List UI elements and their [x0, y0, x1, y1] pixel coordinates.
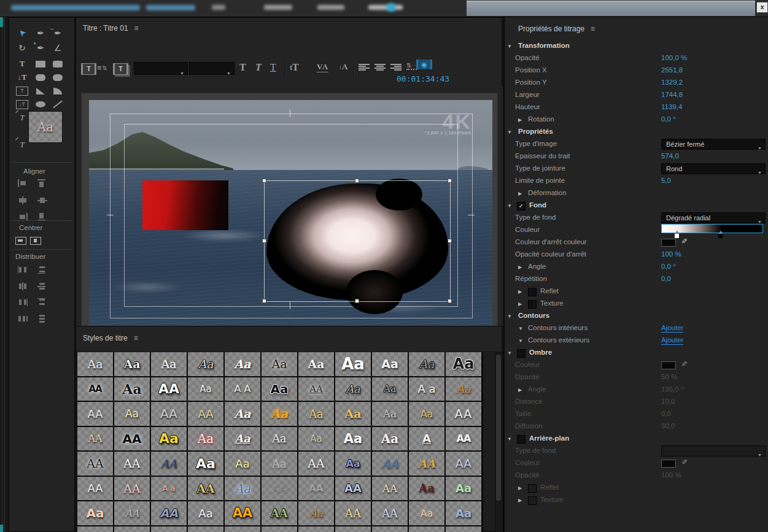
- panel-menu-icon[interactable]: ≡: [134, 24, 139, 33]
- title-style-swatch[interactable]: Aa: [114, 352, 150, 376]
- arc-tool[interactable]: [50, 84, 66, 98]
- title-style-swatch[interactable]: Aa: [114, 377, 150, 401]
- title-style-swatch[interactable]: Aa: [262, 377, 297, 401]
- align-left-button[interactable]: [359, 62, 370, 72]
- title-style-swatch[interactable]: Aa: [262, 352, 297, 376]
- property-value[interactable]: 1329,2: [661, 79, 683, 86]
- align-left-button[interactable]: [18, 179, 28, 187]
- background-video-timecode[interactable]: 00:01:34:43: [397, 74, 449, 83]
- title-style-swatch[interactable]: Aa: [298, 427, 334, 451]
- delete-anchor-point-tool[interactable]: ✒−: [50, 26, 66, 40]
- title-style-swatch[interactable]: Aa: [335, 427, 371, 451]
- selection-tool[interactable]: ➤: [14, 26, 30, 40]
- align-horizontal-center-button[interactable]: [18, 196, 28, 204]
- expand-arrow-icon[interactable]: ▶: [518, 264, 522, 270]
- distribute-horizontal-center-button[interactable]: [18, 282, 28, 290]
- property-value[interactable]: 5,0: [661, 177, 671, 184]
- center-vertical-button[interactable]: [30, 237, 40, 245]
- title-style-swatch[interactable]: AA: [372, 477, 408, 501]
- distribute-right-button[interactable]: [18, 298, 28, 306]
- title-style-swatch[interactable]: AA: [262, 501, 297, 525]
- eyedropper-icon[interactable]: ✎: [680, 361, 688, 367]
- selection-handle[interactable]: [262, 179, 266, 183]
- show-background-video-button[interactable]: [416, 60, 432, 69]
- title-style-swatch[interactable]: Aa: [77, 352, 113, 376]
- title-style-swatch[interactable]: Aa: [298, 402, 334, 426]
- title-style-swatch[interactable]: AA: [372, 452, 408, 476]
- properties-panel-tab[interactable]: Propriétés de titrage≡: [518, 25, 595, 33]
- title-style-swatch[interactable]: Aa: [151, 352, 187, 376]
- bold-button[interactable]: T: [239, 62, 246, 73]
- collapse-arrow-icon[interactable]: ▼: [518, 326, 523, 331]
- wedge-tool[interactable]: [33, 84, 48, 98]
- expand-arrow-icon[interactable]: ▶: [518, 301, 522, 307]
- title-style-swatch[interactable]: Aa: [446, 352, 481, 376]
- title-style-swatch[interactable]: Aa: [298, 526, 334, 532]
- font-style-select[interactable]: ▼: [189, 62, 235, 75]
- rotation-tool[interactable]: ↻: [14, 41, 30, 55]
- scrollbar-thumb[interactable]: [496, 355, 501, 501]
- selection-handle[interactable]: [262, 299, 266, 303]
- selection-handle[interactable]: [355, 299, 359, 303]
- title-style-swatch[interactable]: Aa: [446, 377, 481, 401]
- line-tool[interactable]: [50, 98, 66, 111]
- title-style-swatch[interactable]: Aa: [188, 452, 223, 476]
- expand-arrow-icon[interactable]: ▶: [518, 498, 522, 503]
- property-value[interactable]: 50 %: [661, 373, 677, 380]
- title-style-swatch[interactable]: AA: [188, 477, 223, 501]
- distribute-bottom-button[interactable]: [37, 298, 47, 306]
- title-style-swatch[interactable]: AA: [151, 402, 187, 426]
- title-style-swatch[interactable]: AA: [188, 402, 223, 426]
- add-contour-link[interactable]: Ajouter: [661, 336, 683, 345]
- title-style-swatch[interactable]: Aa: [114, 526, 150, 532]
- expand-arrow-icon[interactable]: ▶: [518, 191, 522, 196]
- property-dropdown[interactable]: ▼: [661, 445, 766, 457]
- title-style-swatch[interactable]: AA: [151, 501, 187, 525]
- title-style-swatch[interactable]: Aa: [225, 477, 260, 501]
- color-swatch[interactable]: [661, 361, 676, 369]
- title-style-swatch[interactable]: Aa: [446, 501, 481, 525]
- distribute-left-button[interactable]: [18, 266, 28, 274]
- title-style-swatch[interactable]: AA: [335, 501, 371, 525]
- italic-button[interactable]: T: [255, 62, 262, 73]
- title-style-swatch[interactable]: Aa: [188, 526, 223, 532]
- color-swatch[interactable]: [661, 460, 676, 468]
- distribute-vertical-center-button[interactable]: [37, 282, 47, 290]
- expand-arrow-icon[interactable]: ▶: [518, 117, 522, 123]
- title-style-swatch[interactable]: AA: [114, 452, 150, 476]
- collapse-arrow-icon[interactable]: ▼: [507, 129, 512, 135]
- title-style-swatch[interactable]: Aa: [372, 352, 408, 376]
- title-style-swatch[interactable]: AA: [77, 452, 113, 476]
- title-style-swatch[interactable]: Aa: [335, 352, 371, 376]
- title-style-swatch[interactable]: A: [409, 427, 444, 451]
- title-style-swatch[interactable]: Aa: [298, 352, 334, 376]
- center-horizontal-button[interactable]: [15, 237, 25, 245]
- title-style-swatch[interactable]: Aa: [409, 477, 444, 501]
- title-style-swatch[interactable]: Aa: [225, 402, 260, 426]
- font-family-select[interactable]: ▼: [134, 62, 188, 75]
- title-style-swatch[interactable]: Aa: [335, 526, 371, 532]
- checkbox-unchecked[interactable]: [517, 349, 526, 358]
- property-value[interactable]: 100 %: [661, 471, 681, 479]
- property-value[interactable]: 0,0: [661, 410, 671, 417]
- gradient-rectangle-object[interactable]: [142, 180, 228, 230]
- title-style-swatch[interactable]: AA: [335, 477, 371, 501]
- panel-menu-icon[interactable]: ≡: [591, 25, 595, 33]
- title-style-swatch[interactable]: Aa: [151, 427, 187, 451]
- title-style-swatch[interactable]: AA: [151, 452, 187, 476]
- property-value[interactable]: 0,0: [661, 275, 671, 282]
- title-style-swatch[interactable]: AA: [409, 452, 444, 476]
- tab-stops-button[interactable]: ⇅ꞏꞏꞏ: [406, 62, 417, 70]
- title-style-swatch[interactable]: Aa: [77, 526, 113, 532]
- title-style-swatch[interactable]: AA: [114, 427, 150, 451]
- property-value[interactable]: 135,0 °: [661, 385, 684, 393]
- property-value[interactable]: 574,0: [661, 152, 679, 160]
- selection-handle[interactable]: [355, 179, 359, 183]
- type-tool[interactable]: T: [14, 57, 30, 71]
- pen-tool[interactable]: ✒: [33, 26, 48, 40]
- title-style-swatch[interactable]: AA: [114, 477, 150, 501]
- title-style-swatch[interactable]: Aa: [188, 352, 223, 376]
- styles-scrollbar[interactable]: [495, 352, 503, 532]
- title-style-swatch[interactable]: Aa: [188, 377, 223, 401]
- underline-button[interactable]: T: [270, 62, 276, 73]
